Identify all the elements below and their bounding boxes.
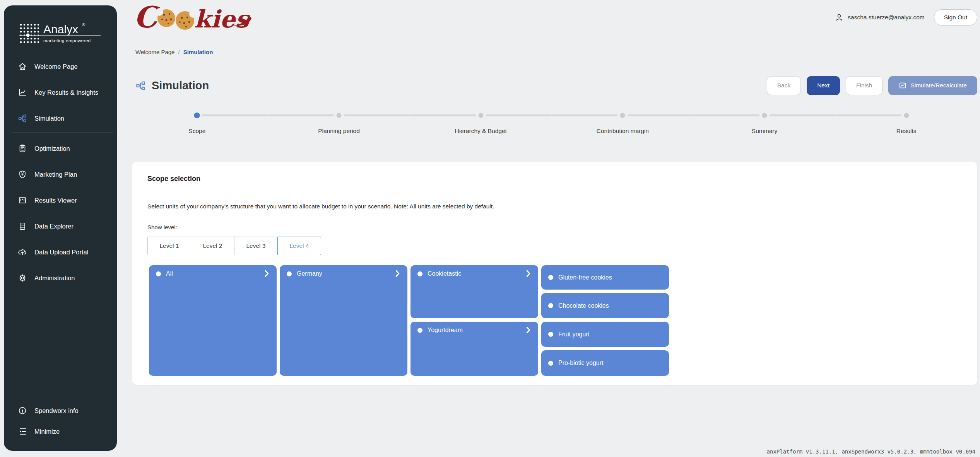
stepper-step-hierarchy-budget: Hierarchy & Budget	[410, 113, 552, 135]
sidebar-item-data-explorer[interactable]: Data Explorer	[4, 216, 117, 236]
tree-node-label: Fruit yogurt	[558, 331, 590, 338]
cloud-upload-icon	[18, 247, 27, 257]
sidebar-item-key-results[interactable]: Key Results & Insights	[4, 82, 117, 102]
step-dot	[762, 113, 767, 118]
sidebar-item-label: Welcome Page	[34, 63, 78, 71]
stepper-step-summary: Summary	[694, 113, 836, 135]
wizard-toolbar: Back Next Finish Simulate/Recalculate	[767, 76, 977, 95]
home-icon	[18, 62, 27, 71]
selected-dot-icon	[287, 271, 292, 276]
main-area: C kies	[117, 0, 980, 457]
stepper-step-scope: Scope	[126, 113, 268, 135]
tree-node-pro-biotic-yogurt[interactable]: Pro-biotic yogurt	[541, 350, 669, 376]
selected-dot-icon	[156, 271, 161, 276]
wizard-stepper: Scope Planning period Hierarchy & Budget…	[126, 113, 977, 135]
step-label: Planning period	[268, 128, 410, 135]
page-title: Simulation	[152, 79, 209, 92]
hierarchy-icon	[18, 114, 27, 123]
scope-tree: All Germany Cookietastic	[149, 265, 962, 376]
sidebar-item-welcome-page[interactable]: Welcome Page	[4, 56, 117, 77]
tree-node-label: Pro-biotic yogurt	[558, 360, 604, 367]
sidebar-item-label: Spendworx info	[34, 407, 79, 415]
tree-node-chocolate-cookies[interactable]: Chocolate cookies	[541, 293, 669, 318]
tree-node-label: Germany	[297, 270, 322, 277]
level-3-button[interactable]: Level 3	[234, 237, 278, 255]
chevron-right-icon[interactable]	[395, 270, 400, 277]
selected-dot-icon	[548, 361, 553, 366]
scope-selection-card: Scope selection Select units of your com…	[132, 162, 977, 385]
user-email: sascha.stuerze@analyx.com	[848, 14, 924, 21]
back-button[interactable]: Back	[767, 76, 801, 95]
collapse-sidebar-icon	[18, 427, 27, 436]
selected-dot-icon	[417, 328, 422, 333]
chevron-right-icon[interactable]	[526, 270, 531, 277]
level-4-button[interactable]: Level 4	[277, 237, 321, 255]
step-dot	[478, 113, 483, 118]
user-block: sascha.stuerze@analyx.com	[835, 13, 924, 22]
sidebar-item-label: Data Explorer	[34, 222, 74, 230]
chevron-right-icon[interactable]	[264, 270, 269, 277]
step-dot	[620, 113, 625, 118]
tree-node-gluten-free-cookies[interactable]: Gluten-free cookies	[541, 265, 669, 290]
stepper-step-planning-period: Planning period	[268, 113, 410, 135]
sidebar-item-administration[interactable]: Administration	[4, 268, 117, 288]
breadcrumb-separator: /	[178, 49, 180, 55]
cookie-icon	[176, 10, 197, 30]
tree-node-all[interactable]: All	[149, 265, 277, 376]
analyx-logo-graphic: Analyx ® marketing empowered	[19, 22, 102, 46]
brand-name: Analyx	[43, 23, 78, 36]
chevron-right-icon[interactable]	[526, 326, 531, 334]
stepper-step-contribution-margin: Contribution margin	[552, 113, 694, 135]
step-dot	[337, 113, 342, 118]
sidebar-divider	[12, 133, 113, 133]
step-dot	[194, 113, 200, 118]
step-label: Contribution margin	[552, 128, 694, 135]
step-dot	[904, 113, 909, 118]
sidebar-item-optimization[interactable]: Optimization	[4, 138, 117, 159]
user-icon	[835, 13, 843, 22]
level-2-button[interactable]: Level 2	[191, 237, 234, 255]
frame-chart-icon	[18, 196, 27, 205]
sidebar-item-data-upload[interactable]: Data Upload Portal	[4, 242, 117, 262]
sign-out-button[interactable]: Sign Out	[934, 9, 977, 26]
sidebar-item-label: Results Viewer	[34, 196, 77, 205]
show-level-label: Show level:	[147, 224, 962, 230]
level-1-button[interactable]: Level 1	[147, 237, 191, 255]
version-footer: anxPlatform v1.3.11.1, anxSpendworx3 v5.…	[767, 448, 975, 455]
sidebar-item-marketing-plan[interactable]: ¥ Marketing Plan	[4, 164, 117, 184]
database-icon	[18, 222, 27, 231]
breadcrumb-welcome-page[interactable]: Welcome Page	[135, 49, 174, 55]
brand-tail-letters: kies	[194, 5, 250, 33]
sidebar-item-label: Key Results & Insights	[34, 89, 98, 97]
tree-node-fruit-yogurt[interactable]: Fruit yogurt	[541, 322, 669, 347]
sidebar-item-simulation[interactable]: Simulation	[4, 108, 117, 128]
tree-node-yogurtdream[interactable]: Yogurtdream	[410, 322, 538, 376]
finish-button[interactable]: Finish	[846, 76, 883, 95]
breadcrumb: Welcome Page / Simulation	[135, 49, 977, 55]
simulate-recalculate-button[interactable]: Simulate/Recalculate	[888, 76, 977, 95]
cookie-icon	[156, 8, 175, 27]
selected-dot-icon	[548, 303, 553, 308]
sidebar-footer: Spendworx info Minimize	[4, 401, 117, 451]
simulate-button-label: Simulate/Recalculate	[910, 82, 967, 89]
sidebar-item-label: Minimize	[34, 428, 60, 436]
brand-lead-letter: C	[135, 2, 161, 33]
tree-node-label: All	[166, 270, 173, 277]
sidebar-item-label: Marketing Plan	[34, 171, 77, 179]
sidebar-item-label: Data Upload Portal	[34, 248, 88, 256]
tree-node-cookietastic[interactable]: Cookietastic	[410, 265, 538, 318]
sidebar-item-spendworx-info[interactable]: Spendworx info	[4, 401, 117, 420]
hierarchy-icon	[135, 80, 146, 91]
tree-node-germany[interactable]: Germany	[280, 265, 407, 376]
sidebar-item-minimize[interactable]: Minimize	[4, 422, 117, 441]
next-button[interactable]: Next	[807, 76, 840, 95]
step-label: Summary	[694, 128, 836, 135]
sidebar-item-label: Optimization	[34, 145, 70, 153]
sidebar-item-results-viewer[interactable]: Results Viewer	[4, 190, 117, 210]
top-bar: C kies	[135, 0, 977, 35]
registered-mark: ®	[82, 22, 85, 27]
sidebar-item-label: Simulation	[34, 114, 64, 123]
sidebar-nav: Welcome Page Key Results & Insights Simu…	[4, 56, 117, 294]
stepper-step-results: Results	[835, 113, 977, 135]
info-icon	[18, 406, 27, 415]
